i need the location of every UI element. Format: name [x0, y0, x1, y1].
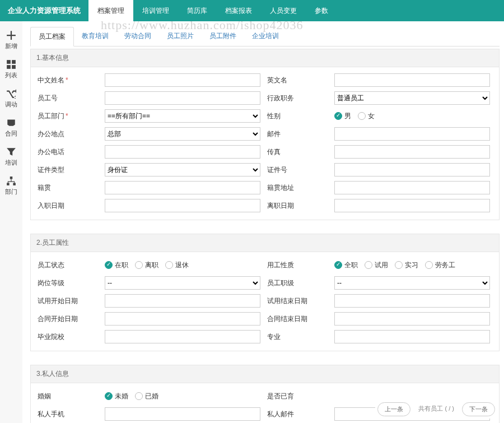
label-gender: 性别 — [264, 109, 331, 123]
sidebar-transfer[interactable]: 调动 — [0, 84, 22, 113]
input-id-no[interactable] — [334, 163, 490, 176]
sidebar-dept[interactable]: 部门 — [0, 171, 22, 201]
footer-summary: 共有员工 ( / ) — [414, 402, 459, 416]
sidebar-label: 列表 — [5, 71, 17, 80]
tab-attachment[interactable]: 员工附件 — [202, 27, 244, 46]
label-office-tel: 办公电话 — [34, 145, 101, 159]
filter-icon — [6, 147, 16, 157]
input-chinese-name[interactable] — [105, 73, 260, 87]
label-emp-no: 员工号 — [34, 91, 101, 105]
sidebar-label: 部门 — [5, 188, 17, 196]
inbox-icon — [6, 118, 16, 128]
input-leave-date[interactable] — [334, 199, 490, 212]
radio-onjob[interactable] — [105, 261, 113, 269]
section-title: 3.私人信息 — [30, 365, 500, 383]
svg-rect-0 — [7, 60, 11, 64]
input-email[interactable] — [334, 127, 490, 141]
label-status: 员工状态 — [34, 258, 101, 272]
select-admin-post[interactable]: 普通员工 — [334, 91, 490, 105]
radio-married[interactable] — [135, 392, 143, 400]
brand-title: 企业人力资源管理系统 — [0, 0, 88, 21]
radio-male[interactable] — [334, 112, 342, 120]
section-attributes: 2.员工属性 员工状态 在职 离职 退休 用工性质 全职 — [30, 234, 500, 351]
label-major: 专业 — [264, 330, 331, 344]
sidebar-label: 调动 — [5, 100, 17, 109]
sidebar-add[interactable]: 新增 — [0, 26, 22, 55]
radio-work-nature[interactable]: 全职 试用 实习 劳务工 — [334, 261, 490, 270]
input-native[interactable] — [105, 181, 260, 194]
label-english-name: 英文名 — [264, 73, 331, 87]
tab-corp-training[interactable]: 企业培训 — [244, 27, 287, 46]
label-marriage: 婚姻 — [34, 389, 101, 403]
radio-retire[interactable] — [165, 261, 173, 269]
prev-button[interactable]: 上一条 — [377, 402, 410, 416]
select-dept[interactable]: ==所有部门== — [105, 109, 260, 123]
svg-rect-4 — [10, 176, 13, 179]
label-hire-date: 入职日期 — [34, 199, 101, 213]
topnav-report[interactable]: 档案报表 — [216, 0, 261, 21]
label-dept: 员工部门* — [34, 109, 101, 123]
topnav-personnel[interactable]: 人员变更 — [261, 0, 306, 21]
sidebar-label: 新增 — [5, 42, 17, 50]
radio-female[interactable] — [358, 112, 366, 120]
radio-unmarried[interactable] — [105, 392, 113, 400]
sidebar: 新增 列表 调动 合同 培训 部门 — [0, 21, 22, 423]
input-office-tel[interactable] — [105, 145, 260, 159]
input-hire-date[interactable] — [105, 199, 260, 212]
topnav-archive[interactable]: 档案管理 — [88, 0, 133, 21]
grid-icon — [6, 59, 16, 69]
tab-profile[interactable]: 员工档案 — [30, 27, 74, 47]
radio-status[interactable]: 在职 离职 退休 — [105, 261, 260, 270]
topnav-training[interactable]: 培训管理 — [133, 0, 178, 21]
input-fax[interactable] — [334, 145, 490, 159]
input-trial-end[interactable] — [334, 294, 490, 308]
sidebar-training[interactable]: 培训 — [0, 142, 22, 171]
input-english-name[interactable] — [334, 73, 490, 87]
input-personal-mobile[interactable] — [105, 407, 260, 421]
content: https://www.huzhan.com/ishop42036 员工档案 教… — [22, 21, 504, 423]
section-title: 1.基本信息 — [30, 49, 500, 67]
input-emp-no[interactable] — [105, 91, 260, 105]
tab-contract[interactable]: 劳动合同 — [116, 27, 159, 46]
radio-labor[interactable] — [425, 261, 433, 269]
input-contract-end[interactable] — [334, 312, 490, 326]
label-admin-post: 行政职务 — [264, 91, 331, 105]
sidebar-label: 培训 — [5, 159, 17, 167]
radio-marriage[interactable]: 未婚 已婚 — [105, 392, 260, 401]
svg-rect-1 — [12, 60, 16, 64]
next-button[interactable]: 下一条 — [462, 402, 495, 416]
select-office-loc[interactable]: 总部 — [105, 127, 260, 141]
svg-rect-3 — [12, 65, 16, 69]
topnav-params[interactable]: 参数 — [306, 0, 337, 21]
input-trial-start[interactable] — [105, 294, 260, 308]
label-native: 籍贯 — [34, 181, 101, 195]
select-id-type[interactable]: 身份证 — [105, 163, 260, 176]
sidebar-contract[interactable]: 合同 — [0, 113, 22, 142]
label-email: 邮件 — [264, 127, 331, 141]
sidebar-label: 合同 — [5, 129, 17, 138]
tab-photo[interactable]: 员工照片 — [159, 27, 202, 46]
topnav-resume[interactable]: 简历库 — [178, 0, 216, 21]
radio-fulltime[interactable] — [334, 261, 342, 269]
radio-intern[interactable] — [395, 261, 403, 269]
input-major[interactable] — [334, 330, 490, 343]
label-contract-end: 合同结束日期 — [264, 312, 331, 326]
svg-rect-2 — [7, 65, 11, 69]
input-contract-start[interactable] — [105, 312, 260, 326]
input-school[interactable] — [105, 330, 260, 343]
shuffle-icon — [6, 89, 16, 99]
label-leave-date: 离职日期 — [264, 199, 331, 213]
radio-trial[interactable] — [365, 261, 372, 269]
tabs: 员工档案 教育培训 劳动合同 员工照片 员工附件 企业培训 — [30, 27, 500, 47]
section-title: 2.员工属性 — [30, 234, 500, 252]
label-native-addr: 籍贯地址 — [264, 181, 331, 195]
tab-education[interactable]: 教育培训 — [74, 27, 116, 46]
input-native-addr[interactable] — [334, 181, 490, 194]
select-emp-level[interactable]: -- — [334, 276, 490, 290]
select-post-level[interactable]: -- — [105, 276, 260, 290]
radio-leave[interactable] — [135, 261, 143, 269]
label-trial-start: 试用开始日期 — [34, 294, 101, 308]
sidebar-list[interactable]: 列表 — [0, 55, 22, 84]
radio-gender[interactable]: 男 女 — [334, 111, 490, 121]
topbar: 企业人力资源管理系统 档案管理 培训管理 简历库 档案报表 人员变更 参数 — [0, 0, 504, 21]
